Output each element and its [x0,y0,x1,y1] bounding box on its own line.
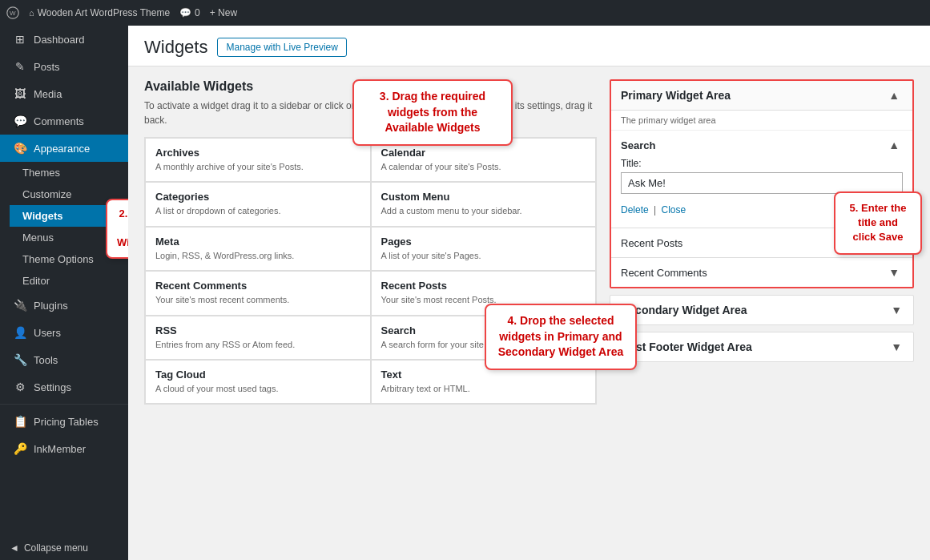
widget-cell-rss[interactable]: RSS Entries from any RSS or Atom feed. [145,316,371,360]
sidebar: ⊞ Dashboard ✎ Posts 🖼 Media 💬 Comments 🎨… [0,26,128,560]
widget-cell-recent-posts[interactable]: Recent Posts Your site's most recent Pos… [371,271,597,315]
sidebar-item-posts[interactable]: ✎ Posts [0,53,128,80]
sidebar-item-dashboard[interactable]: ⊞ Dashboard [0,26,128,53]
comments-icon: 💬 [13,114,27,128]
sidebar-item-users[interactable]: 👤 Users [0,319,128,346]
site-name[interactable]: ⌂ Wooden Art WordPress Theme [29,7,170,18]
widget-list-panel: Available Widgets To activate a widget d… [144,79,597,547]
comments-icon-bar[interactable]: 💬 0 [179,7,200,18]
delete-widget-link[interactable]: Delete [621,204,649,216]
widget-cell-archives[interactable]: Archives A monthly archive of your site'… [145,138,371,182]
new-item-btn[interactable]: + New [210,7,237,18]
collapse-menu-btn[interactable]: ◄ Collapse menu [0,536,128,560]
sidebar-item-themes[interactable]: Themes [10,162,128,183]
sidebar-item-inkmember[interactable]: 🔑 InkMember [0,435,128,462]
save-widget-btn[interactable]: Save [862,200,903,220]
widget-links: Delete | Close [621,204,686,216]
admin-bar: W ⌂ Wooden Art WordPress Theme 💬 0 + New [0,0,930,26]
widget-title-input[interactable] [621,172,903,194]
pricing-icon: 📋 [13,414,27,429]
sidebar-item-appearance[interactable]: 🎨 Appearance [0,135,128,162]
content-scroll: Available Widgets To activate a widget d… [128,66,930,560]
right-panel: Primary Widget Area ▲ The primary widget… [610,79,914,547]
widget-cell-text[interactable]: Text Arbitrary text or HTML. [371,360,597,404]
sidebar-item-theme-options[interactable]: Theme Options [10,248,128,270]
close-widget-link[interactable]: Close [662,204,686,216]
search-widget-collapse-btn[interactable]: ▲ [885,139,903,151]
appearance-submenu: Themes Customize Widgets 2. Click on Wid… [0,162,128,292]
sidebar-item-widgets[interactable]: Widgets [10,205,128,227]
inkmember-icon: 🔑 [13,441,27,456]
collapse-arrow-icon: ◄ [10,542,19,554]
available-widgets-desc: To activate a widget drag it to a sideba… [144,99,597,127]
svg-text:W: W [10,10,16,17]
sidebar-item-customize[interactable]: Customize [10,183,128,205]
primary-widget-area-desc: The primary widget area [611,111,912,131]
widget-cell-search[interactable]: Search A search form for your site. [371,316,597,360]
widget-cell-calendar[interactable]: Calendar A calendar of your site's Posts… [371,138,597,182]
secondary-chevron-icon: ▼ [891,304,902,316]
users-icon: 👤 [13,325,27,340]
sidebar-item-editor[interactable]: Editor [10,270,128,292]
manage-live-preview-btn[interactable]: Manage with Live Preview [217,38,346,57]
widget-cell-pages[interactable]: Pages A list of your site's Pages. [371,227,597,271]
first-footer-widget-area: First Footer Widget Area ▼ [610,332,914,362]
appearance-icon: 🎨 [13,141,27,155]
footer-chevron-icon: ▼ [891,340,902,353]
search-widget-expanded: Search ▲ Title: Delete | Close Save [611,131,912,228]
widget-cell-meta[interactable]: Meta Login, RSS, & WordPress.org links. [145,227,371,271]
plugins-icon: 🔌 [13,298,27,312]
sidebar-item-menus[interactable]: Menus [10,227,128,248]
dashboard-icon: ⊞ [13,32,27,46]
sidebar-item-tools[interactable]: 🔧 Tools [0,346,128,373]
tools-icon: 🔧 [13,353,27,367]
recent-comments-widget-row: Recent Comments ▼ [611,258,912,287]
widget-cell-recent-comments[interactable]: Recent Comments Your site's most recent … [145,271,371,315]
sidebar-item-plugins[interactable]: 🔌 Plugins [0,292,128,319]
primary-widget-area-header[interactable]: Primary Widget Area ▲ [611,81,912,111]
wp-logo[interactable]: W [6,6,19,19]
secondary-widget-area-header[interactable]: Secondary Widget Area ▼ [610,296,913,324]
sidebar-item-comments[interactable]: 💬 Comments [0,107,128,135]
widget-actions: Delete | Close Save [621,200,903,220]
first-footer-widget-area-header[interactable]: First Footer Widget Area ▼ [610,332,913,361]
primary-area-collapse-btn[interactable]: ▲ [885,89,903,102]
recent-posts-widget-row: Recent Posts ▼ [611,228,912,258]
widget-grid: Archives A monthly archive of your site'… [144,137,597,405]
widget-cell-custom-menu[interactable]: Custom Menu Add a custom menu to your si… [371,182,597,226]
secondary-widget-area: Secondary Widget Area ▼ [610,295,914,325]
widget-cell-tag-cloud[interactable]: Tag Cloud A cloud of your most used tags… [145,360,371,404]
recent-comments-expand-btn[interactable]: ▼ [885,266,903,279]
sidebar-item-media[interactable]: 🖼 Media [0,80,128,107]
content-area: Widgets Manage with Live Preview Availab… [128,26,930,560]
page-header: Widgets Manage with Live Preview [128,26,930,66]
widget-cell-categories[interactable]: Categories A list or dropdown of categor… [145,182,371,226]
media-icon: 🖼 [13,87,27,101]
recent-posts-expand-btn[interactable]: ▼ [885,236,903,249]
posts-icon: ✎ [13,59,27,74]
settings-icon: ⚙ [13,380,27,394]
sidebar-item-pricing-tables[interactable]: 📋 Pricing Tables [0,408,128,435]
available-widgets-title: Available Widgets [144,79,597,94]
sidebar-item-settings[interactable]: ⚙ Settings [0,373,128,401]
page-title: Widgets [144,37,207,58]
primary-widget-area: Primary Widget Area ▲ The primary widget… [610,79,914,288]
title-label: Title: [621,158,903,169]
